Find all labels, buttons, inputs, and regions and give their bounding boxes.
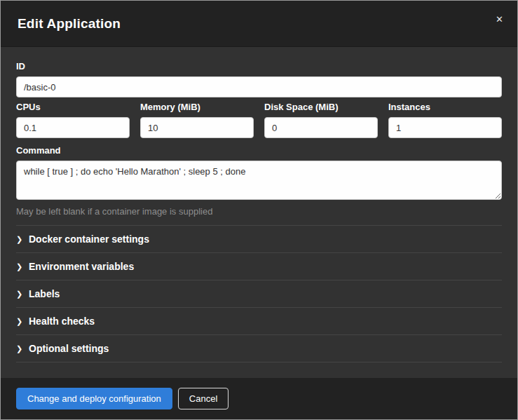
memory-input[interactable] bbox=[140, 117, 254, 138]
memory-label: Memory (MiB) bbox=[140, 102, 254, 112]
modal-header: Edit Application ✕ bbox=[1, 1, 517, 47]
resource-fields-row: CPUs Memory (MiB) Disk Space (MiB) Insta… bbox=[16, 97, 502, 138]
id-label: ID bbox=[16, 61, 502, 72]
chevron-right-icon: ❯ bbox=[16, 263, 29, 271]
chevron-right-icon: ❯ bbox=[16, 290, 29, 298]
section-optional-settings[interactable]: ❯ Optional settings bbox=[16, 334, 502, 363]
cpus-input[interactable] bbox=[16, 117, 130, 138]
command-textarea[interactable]: while [ true ] ; do echo 'Hello Marathon… bbox=[16, 161, 502, 200]
command-help-text: May be left blank if a container image i… bbox=[16, 206, 502, 217]
instances-field: Instances bbox=[388, 97, 502, 138]
modal-body: ID CPUs Memory (MiB) Disk Space (MiB) In… bbox=[1, 47, 517, 378]
section-label: Docker container settings bbox=[29, 233, 149, 245]
change-and-deploy-button[interactable]: Change and deploy configuration bbox=[16, 388, 172, 409]
chevron-right-icon: ❯ bbox=[16, 318, 29, 325]
section-docker-container-settings[interactable]: ❯ Docker container settings bbox=[16, 225, 502, 252]
section-label: Labels bbox=[29, 288, 60, 299]
modal-title: Edit Application bbox=[18, 16, 121, 32]
section-label: Health checks bbox=[29, 316, 95, 327]
cpus-label: CPUs bbox=[16, 102, 130, 112]
memory-field: Memory (MiB) bbox=[140, 97, 254, 138]
command-label: Command bbox=[16, 145, 502, 156]
instances-label: Instances bbox=[388, 102, 502, 112]
modal-footer: Change and deploy configuration Cancel bbox=[1, 378, 517, 419]
section-label: Environment variables bbox=[29, 261, 134, 272]
edit-application-modal: Edit Application ✕ ID CPUs Memory (MiB) … bbox=[0, 0, 518, 420]
disk-label: Disk Space (MiB) bbox=[264, 102, 378, 112]
section-health-checks[interactable]: ❯ Health checks bbox=[16, 307, 502, 334]
section-environment-variables[interactable]: ❯ Environment variables bbox=[16, 252, 502, 280]
disk-field: Disk Space (MiB) bbox=[264, 97, 378, 138]
close-icon[interactable]: ✕ bbox=[493, 12, 506, 27]
chevron-right-icon: ❯ bbox=[16, 345, 29, 353]
section-labels[interactable]: ❯ Labels bbox=[16, 280, 502, 307]
instances-input[interactable] bbox=[388, 117, 502, 138]
cpus-field: CPUs bbox=[16, 97, 130, 138]
id-input[interactable] bbox=[16, 76, 502, 97]
section-label: Optional settings bbox=[29, 343, 109, 354]
collapsible-sections: ❯ Docker container settings ❯ Environmen… bbox=[16, 225, 502, 363]
disk-input[interactable] bbox=[264, 117, 378, 138]
chevron-right-icon: ❯ bbox=[16, 236, 29, 243]
cancel-button[interactable]: Cancel bbox=[178, 388, 229, 409]
